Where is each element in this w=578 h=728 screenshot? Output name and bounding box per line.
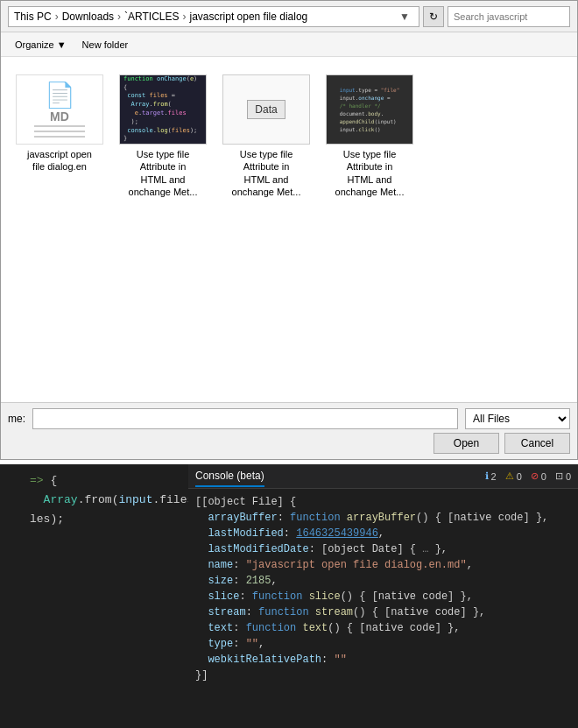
- console-line: }]: [195, 668, 571, 683]
- file-name: javascript openfile dialog.en: [27, 148, 92, 173]
- toolbar: Organize ▼ New folder: [1, 32, 577, 57]
- warn-indicator: ⚠ 0: [505, 470, 522, 482]
- chevron-down-icon[interactable]: ▼: [396, 11, 413, 23]
- list-item[interactable]: 📄 MD javascript openfile dialog.en: [11, 67, 108, 205]
- console-line: [[object File] {: [195, 494, 571, 510]
- breadcrumb-articles[interactable]: `ARTICLES: [124, 11, 179, 23]
- editor-line: => {: [2, 471, 185, 491]
- md-icon: 📄 MD: [17, 75, 102, 144]
- console-line: stream: function stream() { [native code…: [195, 604, 571, 620]
- data-label: Data: [247, 100, 285, 119]
- warn-count: 0: [517, 471, 522, 482]
- console-line: arrayBuffer: function arrayBuffer() { [n…: [195, 510, 571, 526]
- code-preview-2: input.type = "file" input.onchange = /* …: [337, 83, 403, 136]
- code-line: les);: [30, 510, 64, 529]
- breadcrumb-sep3: ›: [183, 11, 187, 23]
- list-item[interactable]: input.type = "file" input.onchange = /* …: [321, 67, 418, 205]
- new-folder-button[interactable]: New folder: [75, 38, 136, 52]
- editor-panel: => { Array.from(input.files); les);: [0, 464, 188, 728]
- editor-code: => { Array.from(input.files); les);: [0, 464, 188, 533]
- filetype-select[interactable]: All Files: [465, 408, 570, 429]
- console-line: lastModifiedDate: [object Date] { … },: [195, 541, 571, 557]
- list-item[interactable]: function onChange(e) { const files = Arr…: [115, 67, 211, 205]
- file-name: Use type fileAttribute inHTML andonchang…: [232, 148, 301, 198]
- console-line: size: 2185,: [195, 573, 571, 589]
- file-thumbnail: input.type = "file" input.onchange = /* …: [326, 74, 413, 145]
- breadcrumb-current[interactable]: javascript open file dialog: [190, 11, 308, 23]
- console-line: slice: function slice() { [native code] …: [195, 589, 571, 604]
- breadcrumb-downloads[interactable]: Downloads: [62, 11, 114, 23]
- breadcrumb-sep2: ›: [117, 11, 121, 23]
- console-line: lastModified: 1646325439946,: [195, 526, 571, 541]
- console-tab-bar: Console (beta) ℹ 2 ⚠ 0 ⊘ 0 ⊡ 0: [188, 464, 578, 489]
- open-button[interactable]: Open: [434, 433, 499, 454]
- console-tab[interactable]: Console (beta): [195, 466, 264, 487]
- editor-line: Array.from(input.files);: [2, 491, 185, 510]
- cancel-button[interactable]: Cancel: [504, 433, 570, 454]
- error-count: 0: [541, 471, 546, 482]
- file-thumbnail: 📄 MD: [16, 74, 103, 145]
- console-line: type: "",: [195, 636, 571, 652]
- console-line: webkitRelativePath: "": [195, 652, 571, 668]
- console-line: text: function text() { [native code] },: [195, 620, 571, 636]
- error-icon: ⊘: [531, 470, 539, 482]
- breadcrumb-sep1: ›: [55, 11, 59, 23]
- other-count: 0: [566, 471, 571, 482]
- code-preview: function onChange(e) { const files = Arr…: [120, 74, 206, 145]
- list-item[interactable]: Data Use type fileAttribute inHTML andon…: [218, 67, 314, 205]
- filename-label: me:: [8, 413, 25, 425]
- error-indicator: ⊘ 0: [531, 470, 546, 482]
- editor-line: les);: [2, 510, 185, 529]
- console-panel: Console (beta) ℹ 2 ⚠ 0 ⊘ 0 ⊡ 0 [[object …: [188, 464, 578, 728]
- breadcrumb-thispc[interactable]: This PC: [14, 11, 52, 23]
- filename-input[interactable]: [32, 408, 458, 429]
- code-line: => {: [30, 471, 57, 491]
- file-thumbnail: function onChange(e) { const files = Arr…: [119, 74, 207, 145]
- file-open-dialog: This PC › Downloads › `ARTICLES › javasc…: [0, 0, 578, 460]
- console-output: [[object File] { arrayBuffer: function a…: [188, 489, 578, 728]
- file-name: Use type fileAttribute inHTML andonchang…: [335, 148, 405, 198]
- other-indicator: ⊡ 0: [555, 470, 571, 482]
- file-thumbnail: Data: [222, 74, 310, 145]
- filename-row: me: All Files: [8, 408, 570, 429]
- organize-button[interactable]: Organize ▼: [8, 38, 74, 52]
- breadcrumb[interactable]: This PC › Downloads › `ARTICLES › javasc…: [8, 6, 419, 27]
- code-line: Array.from(input.files);: [30, 491, 188, 510]
- dialog-buttons: Open Cancel: [8, 433, 570, 454]
- console-line: name: "javascript open file dialog.en.md…: [195, 557, 571, 573]
- warn-icon: ⚠: [505, 470, 514, 482]
- file-name: Use type fileAttribute inHTML andonchang…: [129, 148, 198, 198]
- info-count: 2: [491, 471, 497, 482]
- info-indicator: ℹ 2: [485, 470, 497, 482]
- console-indicators: ℹ 2 ⚠ 0 ⊘ 0 ⊡ 0: [485, 470, 572, 482]
- file-area: 📄 MD javascript openfile dialog.en funct…: [1, 57, 577, 402]
- reload-button[interactable]: ↻: [423, 6, 444, 27]
- dialog-bottom-bar: me: All Files Open Cancel: [1, 402, 577, 459]
- info-icon: ℹ: [485, 470, 489, 482]
- address-bar: This PC › Downloads › `ARTICLES › javasc…: [1, 1, 577, 32]
- search-input[interactable]: [448, 6, 570, 27]
- other-icon: ⊡: [555, 470, 563, 482]
